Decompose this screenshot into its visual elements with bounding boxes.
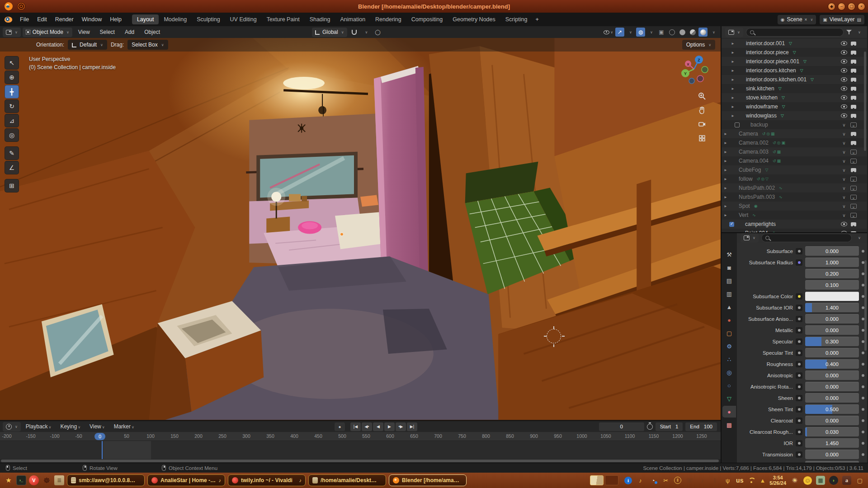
outliner-row[interactable]: ► NurbsPath.002 ∿ <box>722 183 867 192</box>
tray-icon[interactable]: i <box>624 477 632 484</box>
mode-selector[interactable]: Object Mode <box>23 28 72 37</box>
workspace-tab[interactable]: Compositing <box>406 14 448 24</box>
property-slider[interactable]: 0.000 <box>805 450 859 459</box>
properties-tab[interactable]: ● <box>722 406 736 418</box>
workspace-tab[interactable]: Sculpting <box>192 14 225 24</box>
tool-button[interactable]: ⊞ <box>5 179 19 192</box>
hide-in-viewport-toggle[interactable] <box>840 104 848 109</box>
disable-in-render-toggle[interactable] <box>850 195 857 200</box>
object-name[interactable]: sink.kitchen <box>746 85 774 92</box>
properties-tab[interactable]: ▩ <box>722 419 736 431</box>
outliner-scrollbar[interactable] <box>864 52 866 151</box>
property-slider[interactable]: 0.000 <box>805 325 859 335</box>
properties-tab[interactable]: ∴ <box>722 353 736 365</box>
new-viewlayer-icon[interactable]: ▤ <box>857 17 861 22</box>
use-preview-range-icon[interactable] <box>647 424 653 430</box>
object-name[interactable]: interior.doors.kitchen.001 <box>746 76 807 83</box>
properties-tab[interactable]: ▲ <box>722 301 736 313</box>
outliner-row[interactable]: ► interior.door.piece.001 ▽ <box>722 57 867 66</box>
current-frame-indicator[interactable]: 0 <box>94 433 105 440</box>
tray-app-icon[interactable]: a <box>842 476 851 485</box>
blender-logo-icon[interactable] <box>5 17 12 23</box>
taskbar-window-button[interactable]: /home/amalie/Desktop... <box>308 474 386 486</box>
outliner-search[interactable] <box>746 28 844 37</box>
3d-viewport[interactable]: Orientation: Default Drag: Select Box Op… <box>0 38 721 420</box>
viewport-menu[interactable]: Add <box>121 28 138 37</box>
viewport-render[interactable] <box>0 38 721 420</box>
show-gizmo-toggle[interactable] <box>615 28 624 37</box>
object-name[interactable]: Spot <box>739 203 750 209</box>
viewport-menu[interactable]: View <box>74 28 94 37</box>
disable-in-render-toggle[interactable] <box>850 87 857 91</box>
disable-in-render-toggle[interactable] <box>850 132 857 136</box>
timeline-scrollbar[interactable] <box>0 459 721 463</box>
shading-solid-button[interactable] <box>678 28 687 37</box>
expand-arrow-icon[interactable]: ► <box>731 96 735 100</box>
disable-in-render-toggle[interactable] <box>850 141 857 145</box>
workspace-tab[interactable]: Shading <box>305 14 335 24</box>
outliner-row[interactable]: ► interior.door.001 ▽ <box>722 39 867 48</box>
workspace-tab[interactable]: Texture Paint <box>262 14 305 24</box>
outliner-row[interactable]: ► sink.kitchen ▽ <box>722 84 867 93</box>
decorator-dot[interactable] <box>796 440 802 446</box>
property-slider[interactable]: 0.000 <box>805 371 859 380</box>
outliner-row[interactable]: ► windowglass ▽ <box>722 111 867 120</box>
object-name[interactable]: Camera.003 <box>739 149 769 155</box>
pan-hand-icon[interactable] <box>697 105 707 115</box>
hide-in-viewport-toggle[interactable] <box>840 204 848 209</box>
outliner-row[interactable]: ► Camera ↺◎▦ <box>722 129 867 138</box>
property-slider[interactable]: 0.000 <box>805 314 859 324</box>
timeline-track-area[interactable] <box>0 441 721 459</box>
property-slider[interactable] <box>805 291 859 301</box>
outliner-row[interactable]: ► Spot ◉ <box>722 202 867 211</box>
decorator-dot[interactable] <box>796 406 802 413</box>
menubar-menu[interactable]: Window <box>78 15 106 24</box>
hide-in-viewport-toggle[interactable] <box>840 50 848 55</box>
scene-selector[interactable]: ◉ Scene × <box>778 15 816 24</box>
properties-tab[interactable]: ◎ <box>722 366 736 378</box>
expand-arrow-icon[interactable]: ► <box>723 132 728 136</box>
disable-in-render-toggle[interactable] <box>850 105 857 109</box>
disable-in-render-toggle[interactable] <box>850 60 857 64</box>
transform-orientation-selector[interactable]: Global <box>312 28 347 37</box>
window-control-button[interactable]: ▢ <box>848 3 855 10</box>
object-name[interactable]: NurbsPath.003 <box>739 194 775 200</box>
object-name[interactable]: Camera <box>739 131 758 137</box>
object-name[interactable]: Point.004 <box>745 230 768 232</box>
property-slider[interactable]: 0.200 <box>805 269 859 278</box>
outliner-row[interactable]: ► interior.doors.kitchen ▽ <box>722 66 867 75</box>
frame-start-field[interactable]: Start1 <box>656 422 683 431</box>
disable-in-render-toggle[interactable] <box>850 186 857 191</box>
animate-dot[interactable] <box>862 431 864 433</box>
timeline-menu[interactable]: Marker <box>110 422 138 431</box>
decorator-dot[interactable] <box>796 350 802 356</box>
tray-app-icon[interactable]: ◗ <box>829 476 838 485</box>
animate-dot[interactable] <box>862 352 864 354</box>
animate-dot[interactable] <box>862 385 864 388</box>
properties-scrollbar[interactable] <box>864 260 867 351</box>
taskbar-clock[interactable]: 3:54 5/26/24 <box>769 475 786 486</box>
timeline-editor-type-button[interactable] <box>3 422 21 432</box>
auto-keying-toggle[interactable]: ● <box>335 422 345 431</box>
workspace-tab[interactable]: Scripting <box>500 14 533 24</box>
snap-toggle[interactable] <box>350 28 359 37</box>
toggle-ortho-icon[interactable] <box>697 133 707 143</box>
hide-in-viewport-toggle[interactable] <box>840 168 848 173</box>
outliner-row[interactable]: ► windowframe ▽ <box>722 102 867 111</box>
shading-rendered-button[interactable] <box>698 28 708 37</box>
decorator-dot[interactable] <box>796 395 802 401</box>
outliner-row[interactable]: camperlights <box>722 220 867 229</box>
window-titlebar[interactable]: Blender [/home/amalie/Desktop/blender/ca… <box>0 0 868 13</box>
property-slider[interactable]: 0.000 <box>805 416 859 425</box>
properties-tab[interactable]: ▽ <box>722 393 736 404</box>
properties-tab[interactable]: ▢ <box>722 327 736 339</box>
expand-arrow-icon[interactable]: ► <box>731 69 735 73</box>
transport-button[interactable]: •▶ <box>396 422 406 431</box>
animate-dot[interactable] <box>862 442 864 445</box>
timeline-editor[interactable]: Playback Keying View Marker ● |◀ ◀• <box>0 420 721 463</box>
tool-button[interactable]: ↻ <box>5 99 19 113</box>
shading-dropdown[interactable] <box>709 28 718 37</box>
launcher-icon[interactable]: ☸ <box>42 475 52 485</box>
window-control-button[interactable]: – <box>838 3 845 10</box>
properties-tab[interactable]: ▤ <box>722 275 736 286</box>
